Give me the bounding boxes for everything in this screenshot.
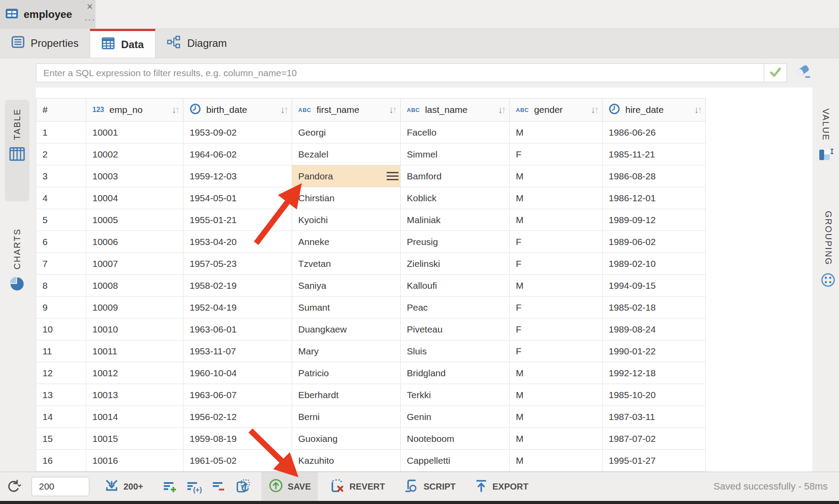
data-cell[interactable]: 10008	[86, 275, 183, 297]
column-header-gender[interactable]: ABC gender ↓↑	[510, 98, 603, 122]
row-number-cell[interactable]: 10	[36, 318, 86, 340]
data-cell[interactable]: Zielinski	[401, 253, 510, 275]
column-header-hire-date[interactable]: hire_date ↓↑	[603, 98, 706, 122]
row-number-cell[interactable]: 15	[36, 428, 86, 450]
data-cell[interactable]: M	[510, 122, 603, 144]
script-button[interactable]: SCRIPT	[396, 472, 462, 501]
data-cell[interactable]: 1963-06-01	[183, 318, 292, 340]
data-cell[interactable]: 10001	[86, 122, 183, 144]
data-cell[interactable]: 1987-03-11	[603, 406, 706, 428]
data-cell[interactable]: 1986-06-26	[603, 122, 706, 144]
data-cell[interactable]: 1952-04-19	[183, 297, 292, 318]
data-cell[interactable]: 1989-08-24	[603, 318, 706, 340]
row-number-cell[interactable]: 6	[36, 231, 86, 253]
row-number-cell[interactable]: 5	[36, 209, 86, 231]
row-number-cell[interactable]: 14	[36, 406, 86, 428]
row-number-cell[interactable]: 9	[36, 297, 86, 318]
data-cell[interactable]: 1986-12-01	[603, 187, 706, 209]
data-cell[interactable]: 10006	[86, 231, 183, 253]
data-cell[interactable]: Sumant	[292, 297, 401, 318]
data-cell[interactable]: 1986-08-28	[603, 165, 706, 187]
fetch-more-button[interactable]: 200+	[97, 472, 150, 501]
data-cell[interactable]: Sluis	[401, 340, 510, 362]
tab-data[interactable]: Data	[90, 29, 155, 58]
column-header-last-name[interactable]: ABC last_name ↓↑	[401, 98, 510, 122]
data-cell[interactable]: Kazuhito	[292, 450, 401, 472]
data-cell[interactable]: F	[510, 318, 603, 340]
export-button[interactable]: EXPORT	[467, 472, 536, 501]
data-cell[interactable]: 1985-02-18	[603, 297, 706, 318]
column-header-rownum[interactable]: #	[36, 98, 86, 122]
row-limit-input[interactable]	[32, 477, 89, 496]
data-cell[interactable]: 1956-02-12	[183, 406, 292, 428]
clear-filter-button[interactable]	[793, 63, 814, 82]
data-cell[interactable]: Bridgland	[401, 362, 510, 384]
column-header-first-name[interactable]: ABC first_name ↓↑	[292, 98, 401, 122]
data-cell[interactable]: Facello	[401, 122, 510, 144]
data-cell[interactable]: Eberhardt	[292, 384, 401, 406]
column-header-emp-no[interactable]: 123 emp_no ↓↑	[86, 98, 183, 122]
data-cell[interactable]: 1989-02-10	[603, 253, 706, 275]
row-number-cell[interactable]: 1	[36, 122, 86, 144]
data-cell[interactable]: 1954-05-01	[183, 187, 292, 209]
tab-properties[interactable]: Properties	[0, 29, 90, 58]
data-cell[interactable]: Saniya	[292, 275, 401, 297]
panel-tab-value[interactable]: VALUE	[814, 100, 838, 181]
data-cell[interactable]: M	[510, 209, 603, 231]
data-cell[interactable]: Preusig	[401, 231, 510, 253]
add-row-button[interactable]	[159, 472, 181, 501]
data-cell[interactable]: 10007	[86, 253, 183, 275]
data-cell[interactable]: Cappelletti	[401, 450, 510, 472]
data-cell[interactable]: Peac	[401, 297, 510, 318]
data-cell[interactable]: Genin	[401, 406, 510, 428]
data-cell[interactable]: Terkki	[401, 384, 510, 406]
data-cell[interactable]: 10016	[86, 450, 183, 472]
data-cell[interactable]: 10009	[86, 297, 183, 318]
refresh-button[interactable]	[4, 472, 25, 501]
data-cell[interactable]: M	[510, 362, 603, 384]
data-cell[interactable]: 1989-06-02	[603, 231, 706, 253]
sort-icons[interactable]: ↓↑	[694, 104, 701, 116]
data-cell[interactable]: 1985-10-20	[603, 384, 706, 406]
sort-icons[interactable]: ↓↑	[498, 104, 505, 116]
sort-icons[interactable]: ↓↑	[280, 104, 287, 116]
data-cell[interactable]: 1990-01-22	[603, 340, 706, 362]
data-cell[interactable]: M	[510, 187, 603, 209]
row-number-cell[interactable]: 16	[36, 450, 86, 472]
sort-icons[interactable]: ↓↑	[389, 104, 396, 116]
refresh-cell-button[interactable]	[233, 472, 254, 501]
data-cell[interactable]: Nooteboom	[401, 428, 510, 450]
data-cell[interactable]: 1987-07-02	[603, 428, 706, 450]
data-cell[interactable]: 10014	[86, 406, 183, 428]
data-cell[interactable]: M	[510, 428, 603, 450]
data-cell[interactable]: 1953-11-07	[183, 340, 292, 362]
row-number-cell[interactable]: 8	[36, 275, 86, 297]
data-cell[interactable]: 10012	[86, 362, 183, 384]
data-cell[interactable]: 1953-09-02	[183, 122, 292, 144]
data-cell[interactable]: F	[510, 297, 603, 318]
data-cell[interactable]: Simmel	[401, 144, 510, 165]
data-cell[interactable]: 1960-10-04	[183, 362, 292, 384]
row-number-cell[interactable]: 4	[36, 187, 86, 209]
data-cell[interactable]: 1995-01-27	[603, 450, 706, 472]
data-cell[interactable]: 1957-05-23	[183, 253, 292, 275]
row-number-cell[interactable]: 2	[36, 144, 86, 165]
row-number-cell[interactable]: 7	[36, 253, 86, 275]
data-cell[interactable]: 1958-02-19	[183, 275, 292, 297]
data-cell[interactable]: 10015	[86, 428, 183, 450]
data-cell[interactable]: 10004	[86, 187, 183, 209]
data-cell[interactable]: 1989-09-12	[603, 209, 706, 231]
data-cell[interactable]: Kyoichi	[292, 209, 401, 231]
data-cell[interactable]: F	[510, 253, 603, 275]
apply-filter-button[interactable]	[764, 64, 786, 82]
data-cell[interactable]: Mary	[292, 340, 401, 362]
data-cell[interactable]: 1953-04-20	[183, 231, 292, 253]
data-cell[interactable]: F	[510, 231, 603, 253]
data-cell[interactable]: 1994-09-15	[603, 275, 706, 297]
data-cell[interactable]: Tzvetan	[292, 253, 401, 275]
data-cell[interactable]: 1955-01-21	[183, 209, 292, 231]
row-number-cell[interactable]: 11	[36, 340, 86, 362]
data-cell[interactable]: 1985-11-21	[603, 144, 706, 165]
data-cell[interactable]: Berni	[292, 406, 401, 428]
data-cell[interactable]: 1961-05-02	[183, 450, 292, 472]
